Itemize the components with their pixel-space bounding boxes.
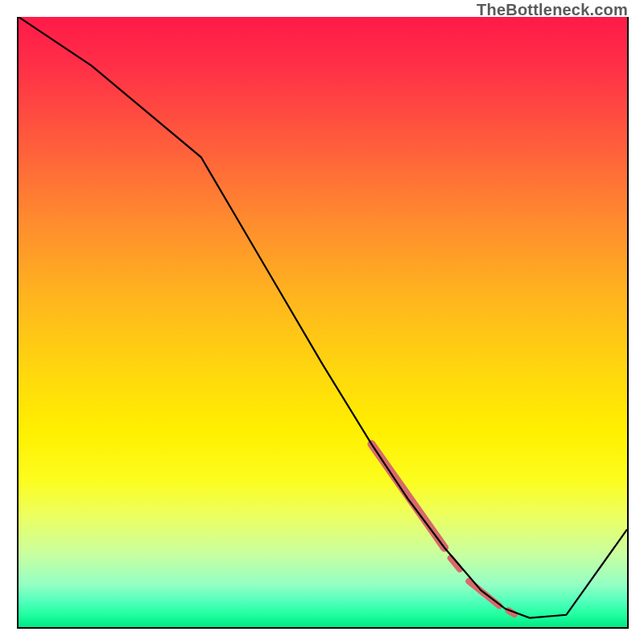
bottleneck-curve — [19, 17, 627, 618]
plot-svg — [19, 17, 627, 627]
highlight-group — [372, 444, 515, 615]
chart-container: TheBottleneck.com — [0, 0, 644, 644]
plot-area — [17, 17, 629, 629]
